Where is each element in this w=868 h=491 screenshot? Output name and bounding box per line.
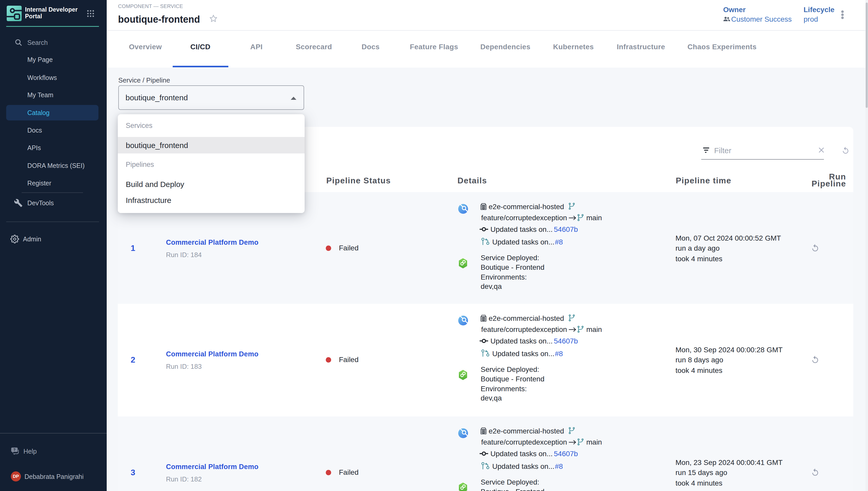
svg-text:boutique-frontend: boutique-frontend [118,14,200,25]
svg-text:?: ? [13,448,16,452]
